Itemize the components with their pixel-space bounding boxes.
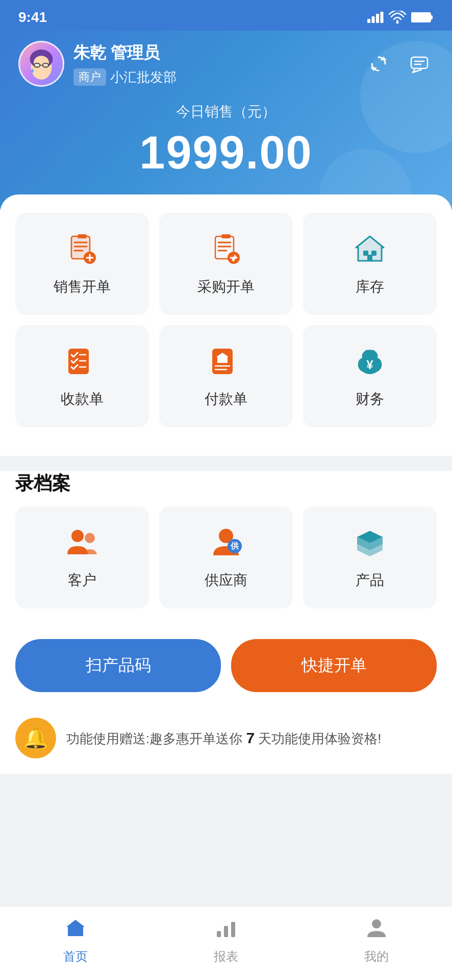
svg-text:¥: ¥ [366, 358, 373, 372]
purchase-order-label: 采购开单 [197, 277, 255, 297]
sale-order-label: 销售开单 [54, 277, 111, 297]
svg-rect-54 [231, 922, 235, 937]
message-button[interactable] [405, 50, 434, 78]
notification-icon: 🔔 [15, 718, 56, 758]
merchant-tag: 商户 小汇批发部 [73, 68, 177, 86]
nav-item-home[interactable]: 首页 [63, 917, 88, 965]
svg-marker-16 [370, 67, 377, 71]
menu-item-finance[interactable]: ¥ 财务 [303, 325, 437, 427]
main-card: 销售开单 采购开单 [0, 194, 452, 456]
customer-icon [64, 525, 100, 560]
svg-rect-52 [217, 931, 221, 937]
svg-point-47 [71, 530, 84, 542]
svg-rect-2 [376, 14, 379, 23]
scan-button[interactable]: 扫产品码 [15, 639, 221, 692]
battery-icon [411, 12, 434, 23]
records-grid: 客户 供 供应商 [15, 506, 437, 608]
payment-label: 付款单 [205, 389, 247, 409]
notification-text: 功能使用赠送:趣多惠开单送你 7 天功能使用体验资格! [66, 726, 382, 750]
svg-text:供: 供 [230, 542, 239, 550]
menu-item-receipt[interactable]: 收款单 [15, 325, 149, 427]
svg-rect-6 [431, 15, 433, 19]
svg-point-55 [372, 919, 381, 928]
svg-rect-25 [78, 234, 87, 238]
svg-rect-38 [367, 255, 372, 261]
signal-icon [367, 12, 384, 23]
time-display: 9:41 [18, 9, 47, 26]
menu-item-purchase-order[interactable]: 采购开单 [159, 213, 293, 315]
svg-rect-1 [372, 16, 375, 23]
main-menu-grid: 销售开单 采购开单 [15, 213, 437, 427]
svg-rect-3 [381, 12, 384, 23]
receipt-label: 收款单 [61, 389, 104, 409]
svg-rect-5 [411, 13, 431, 22]
status-icons [367, 11, 434, 24]
svg-rect-11 [34, 63, 40, 67]
svg-rect-53 [224, 926, 228, 937]
svg-rect-17 [411, 57, 428, 68]
status-bar: 9:41 [0, 0, 452, 31]
wifi-icon [389, 11, 406, 24]
sale-order-icon [64, 231, 100, 267]
quick-order-button[interactable]: 快捷开单 [231, 639, 437, 692]
svg-rect-30 [221, 234, 231, 238]
svg-point-4 [396, 21, 399, 24]
sales-label: 今日销售（元） [18, 102, 434, 121]
notification-bar: 🔔 功能使用赠送:趣多惠开单送你 7 天功能使用体验资格! [0, 707, 452, 774]
mine-nav-icon [365, 917, 388, 944]
svg-marker-15 [380, 57, 387, 60]
action-buttons: 扫产品码 快捷开单 [0, 624, 452, 707]
nav-item-mine[interactable]: 我的 [364, 917, 389, 965]
mine-nav-label: 我的 [364, 948, 389, 965]
report-nav-label: 报表 [214, 948, 238, 965]
user-row: 朱乾 管理员 商户 小汇批发部 [18, 41, 434, 87]
menu-item-customer[interactable]: 客户 [15, 506, 149, 608]
supplier-label: 供应商 [205, 571, 247, 590]
svg-point-48 [85, 533, 95, 543]
product-label: 产品 [356, 571, 384, 590]
inventory-label: 库存 [356, 277, 384, 297]
menu-item-sale-order[interactable]: 销售开单 [15, 213, 149, 315]
menu-item-supplier[interactable]: 供 供应商 [159, 506, 293, 608]
supplier-icon: 供 [208, 525, 244, 560]
sales-amount: 1999.00 [18, 127, 434, 179]
nav-item-report[interactable]: 报表 [214, 917, 238, 965]
customer-label: 客户 [68, 571, 96, 590]
header-actions [364, 50, 434, 78]
header: 朱乾 管理员 商户 小汇批发部 [0, 31, 452, 210]
user-info: 朱乾 管理员 商户 小汇批发部 [18, 41, 177, 87]
user-details: 朱乾 管理员 商户 小汇批发部 [73, 42, 177, 86]
notif-text-prefix: 功能使用赠送:趣多惠开单送你 [66, 731, 246, 746]
records-title: 录档案 [15, 471, 437, 496]
svg-rect-12 [43, 63, 48, 67]
product-icon [352, 525, 388, 560]
bottom-nav: 首页 报表 我的 [0, 906, 452, 980]
notif-number: 7 [246, 729, 255, 746]
payment-icon [208, 344, 244, 379]
avatar [18, 41, 64, 87]
receipt-icon [64, 344, 100, 379]
user-name: 朱乾 管理员 [73, 42, 177, 64]
finance-label: 财务 [356, 389, 384, 409]
menu-item-payment[interactable]: 付款单 [159, 325, 293, 427]
inventory-icon [352, 231, 388, 267]
sales-section: 今日销售（元） 1999.00 [18, 102, 434, 179]
finance-icon: ¥ [352, 344, 388, 379]
menu-item-product[interactable]: 产品 [303, 506, 437, 608]
home-nav-icon [64, 917, 87, 944]
purchase-order-icon [208, 231, 244, 267]
report-nav-icon [215, 917, 237, 944]
merchant-name: 小汇批发部 [110, 68, 177, 86]
merchant-badge: 商户 [73, 68, 106, 86]
refresh-button[interactable] [364, 50, 393, 78]
notif-text-suffix: 天功能使用体验资格! [255, 731, 381, 746]
svg-rect-0 [367, 19, 370, 23]
menu-item-inventory[interactable]: 库存 [303, 213, 437, 315]
records-section: 录档案 客户 [0, 471, 452, 624]
home-nav-label: 首页 [63, 948, 88, 965]
